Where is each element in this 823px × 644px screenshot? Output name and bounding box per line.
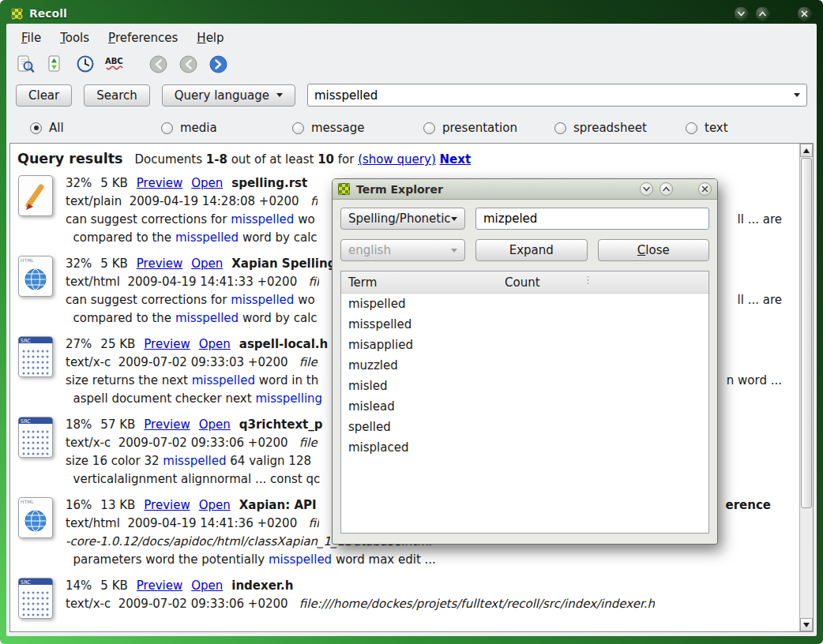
term-cell: misled xyxy=(348,379,388,393)
text-segment: can suggest corrections for xyxy=(66,212,231,227)
text-pencil-icon[interactable] xyxy=(17,174,54,217)
close-window-button[interactable] xyxy=(797,6,812,21)
result-title-continued: erence xyxy=(726,496,800,515)
term-cell: mislead xyxy=(348,399,395,414)
clear-button[interactable]: Clear xyxy=(16,84,72,107)
dialog-shade-button[interactable] xyxy=(640,182,653,196)
term-row[interactable]: misplaced xyxy=(341,437,708,458)
text-segment: out of at least xyxy=(227,152,318,167)
term-row[interactable]: muzzled xyxy=(341,355,708,376)
menu-file[interactable]: File xyxy=(14,28,48,47)
scroll-up-button[interactable] xyxy=(800,144,813,157)
source-icon[interactable]: SRC xyxy=(17,416,54,459)
text-segment: 64 valign 128 xyxy=(227,454,311,468)
text-segment: Documents xyxy=(135,152,206,167)
text-segment: parameters word the potentially xyxy=(66,552,269,567)
titlebar[interactable]: Recoll xyxy=(6,3,817,24)
search-button[interactable]: Search xyxy=(84,84,150,107)
toolbar: ABC xyxy=(6,49,817,80)
result-relevance: 14% xyxy=(66,577,92,595)
text-segment: 2009-04-19 14:41:36 +0200 xyxy=(127,516,308,530)
source-icon[interactable]: SRC xyxy=(17,577,54,620)
term-row[interactable]: spelled xyxy=(341,417,708,437)
menu-tools[interactable]: Tools xyxy=(53,28,96,47)
chevron-down-icon[interactable] xyxy=(794,93,800,97)
prev-page-icon[interactable] xyxy=(177,53,199,75)
result-open-link[interactable]: Open xyxy=(191,174,223,193)
result-preview-link[interactable]: Preview xyxy=(137,577,182,595)
scrollbar-track[interactable] xyxy=(800,157,813,618)
result-open-link[interactable]: Open xyxy=(191,577,223,595)
filter-spreadsheet[interactable]: spreadsheet xyxy=(554,121,686,135)
result-open-link[interactable]: Open xyxy=(199,496,231,515)
text-segment: compared to the xyxy=(66,311,175,325)
term-row[interactable]: mislead xyxy=(341,396,708,417)
results-scrollbar[interactable] xyxy=(799,144,813,631)
next-page-icon[interactable] xyxy=(207,53,229,75)
result-open-link[interactable]: Open xyxy=(191,255,223,273)
menu-help[interactable]: Help xyxy=(190,28,231,47)
term-row[interactable]: misapplied xyxy=(341,335,708,355)
term-explorer-titlebar[interactable]: Term Explorer xyxy=(333,179,717,200)
term-column-header[interactable]: Term xyxy=(341,275,505,290)
dialog-close-button[interactable] xyxy=(698,182,712,196)
radio-icon xyxy=(423,122,435,134)
restore-button[interactable] xyxy=(755,6,770,21)
update-index-icon[interactable] xyxy=(44,53,66,75)
filter-label: spreadsheet xyxy=(573,121,647,135)
text-segment: file xyxy=(299,436,318,450)
svg-text:HTML: HTML xyxy=(21,499,34,504)
result-open-link[interactable]: Open xyxy=(199,335,231,354)
result-preview-link[interactable]: Preview xyxy=(144,416,190,434)
expansion-mode-combobox[interactable]: Spelling/Phonetic xyxy=(340,208,465,230)
count-column-header[interactable]: Count xyxy=(505,275,540,290)
clear-search-icon[interactable] xyxy=(14,53,36,75)
text-segment: for xyxy=(334,152,358,167)
history-icon[interactable] xyxy=(74,53,96,75)
term-row[interactable]: misled xyxy=(341,376,708,396)
filter-message[interactable]: message xyxy=(292,121,423,135)
term-table-header[interactable]: Term Count ⋮ xyxy=(341,271,708,294)
scroll-down-button[interactable] xyxy=(800,618,813,631)
filter-media[interactable]: media xyxy=(161,121,292,135)
html-globe-icon[interactable]: HTML xyxy=(17,496,54,539)
filter-all[interactable]: All xyxy=(30,121,161,135)
result-preview-link[interactable]: Preview xyxy=(144,335,190,354)
chevron-down-icon xyxy=(642,185,651,193)
source-icon[interactable]: SRC xyxy=(17,335,54,378)
scrollbar-thumb[interactable] xyxy=(801,158,812,508)
result-preview-link[interactable]: Preview xyxy=(144,496,190,515)
result-relevance: 18% xyxy=(66,416,92,434)
term-cell: misplaced xyxy=(348,440,408,455)
expand-button[interactable]: Expand xyxy=(475,239,588,261)
link[interactable]: (show query) xyxy=(358,152,436,167)
term-row[interactable]: mispelled xyxy=(341,294,708,314)
menu-preferences[interactable]: Preferences xyxy=(101,28,185,47)
result-preview-link[interactable]: Preview xyxy=(137,255,182,273)
term-input[interactable] xyxy=(475,208,709,230)
query-combobox[interactable] xyxy=(307,84,807,107)
term-cell: mispelled xyxy=(348,297,405,311)
result-size: 5 KB xyxy=(100,255,127,273)
filter-bar: Allmediamessagepresentationspreadsheette… xyxy=(6,114,817,143)
term-cell: muzzled xyxy=(348,358,398,373)
result-open-link[interactable]: Open xyxy=(199,416,231,434)
term-explorer-icon[interactable]: ABC xyxy=(104,53,126,75)
term-row[interactable]: misspelled xyxy=(341,314,708,335)
close-button[interactable]: Close xyxy=(598,239,710,261)
first-page-icon[interactable] xyxy=(147,53,169,75)
result-preview-link[interactable]: Preview xyxy=(137,174,182,193)
query-input[interactable] xyxy=(314,88,794,103)
html-globe-icon[interactable]: HTML xyxy=(17,255,54,298)
result-size: 13 KB xyxy=(100,496,135,515)
text-segment: fil xyxy=(309,275,320,289)
link[interactable]: Next xyxy=(440,152,472,167)
shade-button[interactable] xyxy=(734,6,749,21)
query-language-dropdown[interactable]: Query language xyxy=(162,84,295,107)
text-segment: word by calc xyxy=(239,311,317,325)
filter-text[interactable]: text xyxy=(686,121,817,135)
result-title: indexer.h xyxy=(231,577,293,595)
result-title: spelling.rst xyxy=(231,174,307,193)
filter-presentation[interactable]: presentation xyxy=(423,121,554,135)
dialog-restore-button[interactable] xyxy=(660,182,673,196)
